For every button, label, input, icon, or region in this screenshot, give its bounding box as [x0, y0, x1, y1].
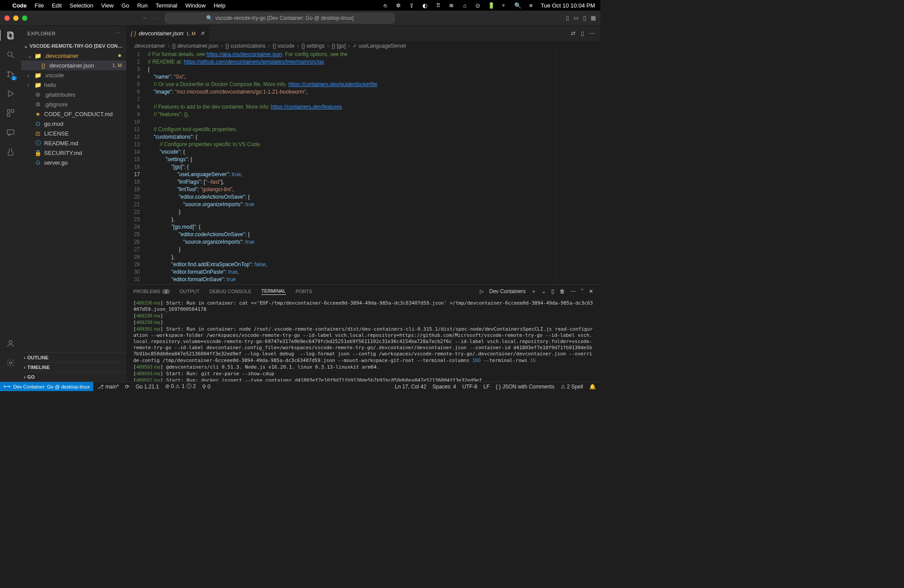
tree-item-devcontainer-json[interactable]: {}devcontainer.json1, M: [21, 60, 126, 70]
status-sync[interactable]: ⟳: [125, 384, 129, 390]
compare-changes-icon[interactable]: ⇄: [571, 30, 576, 37]
activity-remote-icon[interactable]: [5, 127, 16, 138]
close-window-button[interactable]: [4, 15, 10, 21]
statusicon-8[interactable]: ⊙: [475, 2, 482, 9]
status-language[interactable]: { } JSON with Comments: [496, 384, 554, 390]
panel-maximize-icon[interactable]: ˄: [581, 288, 584, 294]
tree-item--devcontainer[interactable]: ⌄📁.devcontainer: [21, 51, 126, 60]
go-section[interactable]: ›GO: [21, 372, 126, 381]
layout-sidebar-right-icon[interactable]: ▯: [583, 15, 586, 21]
minimize-window-button[interactable]: [13, 15, 19, 21]
menu-window[interactable]: Window: [185, 2, 206, 9]
tree-item--gitattributes[interactable]: ⚙.gitattributes: [21, 90, 126, 99]
nav-forward-icon[interactable]: →: [154, 15, 160, 21]
status-go-version[interactable]: Go 1.21.1: [136, 384, 159, 390]
sidebar-more-icon[interactable]: ⋯: [115, 30, 121, 36]
statusicon-7[interactable]: ⌂: [461, 2, 468, 9]
panel-tab-ports[interactable]: PORTS: [296, 289, 313, 294]
menu-run[interactable]: Run: [137, 2, 148, 9]
activity-search-icon[interactable]: [5, 49, 16, 60]
terminal-kill-icon[interactable]: 🗑: [560, 288, 565, 294]
terminal-dropdown-icon[interactable]: ⌄: [542, 288, 546, 294]
panel-close-icon[interactable]: ✕: [589, 288, 593, 294]
status-encoding[interactable]: UTF-8: [462, 384, 477, 390]
status-bar: ⟷ Dev Container: Go @ desktop-linux ⎇ ma…: [0, 381, 600, 391]
command-center[interactable]: 🔍vscode-remote-try-go [Dev Container: Go…: [165, 13, 395, 23]
panel-tab-terminal[interactable]: TERMINAL: [261, 288, 286, 295]
activity-account-icon[interactable]: [5, 338, 16, 349]
statusicon-5[interactable]: ⠿: [435, 2, 442, 9]
menu-selection[interactable]: Selection: [70, 2, 93, 9]
activity-extensions-icon[interactable]: [5, 108, 16, 118]
status-eol[interactable]: LF: [483, 384, 490, 390]
menu-file[interactable]: File: [35, 2, 44, 9]
statusicon-6[interactable]: ≋: [448, 2, 455, 9]
statusicon-4[interactable]: ◐: [422, 2, 429, 9]
panel-tab-problems[interactable]: PROBLEMS3: [133, 289, 170, 294]
statusicon-3[interactable]: ⇪: [408, 2, 415, 9]
workspace-header[interactable]: ⌄VSCODE-REMOTE-TRY-GO [DEV CONTA...: [21, 41, 126, 51]
code-editor[interactable]: 1234567891011121314151617181920212223242…: [126, 51, 600, 284]
menu-view[interactable]: View: [101, 2, 113, 9]
terminal-split-icon[interactable]: ▯: [551, 288, 554, 294]
tree-item-code-of-conduct-md[interactable]: ★CODE_OF_CONDUCT.md: [21, 109, 126, 119]
tree-item-readme-md[interactable]: ⓘREADME.md: [21, 138, 126, 148]
split-editor-icon[interactable]: ▯: [581, 30, 584, 37]
tree-item--gitignore[interactable]: ⚙.gitignore: [21, 99, 126, 109]
tree-item-hello[interactable]: ›📁hello: [21, 80, 126, 90]
file-tree[interactable]: ⌄📁.devcontainer{}devcontainer.json1, M›📁…: [21, 51, 126, 352]
status-indent[interactable]: Spaces: 4: [433, 384, 456, 390]
layout-customize-icon[interactable]: ▦: [591, 15, 596, 21]
remote-indicator[interactable]: ⟷ Dev Container: Go @ desktop-linux: [0, 382, 93, 392]
activity-debug-icon[interactable]: [5, 88, 16, 99]
menu-go[interactable]: Go: [121, 2, 129, 9]
panel-tab-output[interactable]: OUTPUT: [180, 289, 200, 294]
outline-section[interactable]: ›OUTLINE: [21, 352, 126, 362]
control-center-icon[interactable]: ≡: [527, 2, 535, 9]
tree-item-go-mod[interactable]: Ggo.mod: [21, 119, 126, 128]
tab-close-icon[interactable]: ✕: [200, 30, 205, 37]
statusicon-1[interactable]: ⎋: [382, 2, 389, 9]
activity-scm-icon[interactable]: 1: [5, 69, 16, 79]
activity-settings-icon[interactable]: [5, 358, 16, 368]
menu-help[interactable]: Help: [214, 2, 226, 9]
statusicon-2[interactable]: ✲: [395, 2, 402, 9]
timeline-section[interactable]: ›TIMELINE: [21, 362, 126, 372]
status-ports[interactable]: ⚲ 0: [202, 384, 211, 390]
tree-item-server-go[interactable]: Gserver.go: [21, 158, 126, 167]
panel-more-icon[interactable]: ⋯: [570, 288, 576, 294]
more-actions-icon[interactable]: ⋯: [589, 30, 595, 37]
menu-terminal[interactable]: Terminal: [156, 2, 177, 9]
svg-rect-10: [8, 114, 10, 117]
menubar-clock[interactable]: Tue Oct 10 10:04 PM: [541, 2, 595, 9]
terminal-new-icon[interactable]: ＋: [531, 288, 536, 295]
macos-menu-items[interactable]: Code File Edit Selection View Go Run Ter…: [12, 2, 226, 9]
activity-testing-icon[interactable]: [5, 147, 16, 157]
minimap[interactable]: [556, 51, 600, 284]
tree-item-license[interactable]: ⚖LICENSE: [21, 128, 126, 138]
nav-back-icon[interactable]: ←: [142, 15, 148, 21]
zoom-window-button[interactable]: [22, 15, 27, 21]
editor-tab-devcontainer[interactable]: { } devcontainer.json 1, M ✕: [126, 26, 210, 41]
battery-icon[interactable]: 🔋: [488, 2, 495, 9]
status-cursor[interactable]: Ln 17, Col 42: [395, 384, 426, 390]
spotlight-icon[interactable]: 🔍: [514, 2, 521, 9]
layout-sidebar-left-icon[interactable]: ▯: [566, 15, 569, 21]
layout-panel-icon[interactable]: ▭: [573, 15, 579, 21]
menu-edit[interactable]: Edit: [52, 2, 61, 9]
window-controls[interactable]: [4, 15, 27, 21]
status-spell[interactable]: ⚠ 2 Spell: [561, 384, 583, 390]
activity-explorer-icon[interactable]: [0, 30, 21, 41]
terminal-task-label[interactable]: Dev Containers: [489, 288, 526, 294]
terminal-output[interactable]: [489236 ms] Start: Run in container: cat…: [126, 298, 600, 381]
status-notifications-icon[interactable]: 🔔: [589, 384, 596, 390]
vscode-titlebar: ← → 🔍vscode-remote-try-go [Dev Container…: [0, 11, 600, 26]
panel-tab-debug[interactable]: DEBUG CONSOLE: [209, 289, 252, 294]
wifi-icon[interactable]: ᯤ: [501, 2, 508, 9]
breadcrumbs[interactable]: .devcontainer› {} devcontainer.json› {} …: [126, 41, 600, 51]
menu-app[interactable]: Code: [12, 2, 27, 9]
status-problems[interactable]: ⊘ 0 ⚠ 1 ⓘ 2: [165, 383, 196, 390]
status-branch[interactable]: ⎇ main*: [98, 384, 119, 390]
tree-item--vscode[interactable]: ›📁.vscode: [21, 70, 126, 80]
tree-item-security-md[interactable]: 🔒SECURITY.md: [21, 148, 126, 158]
